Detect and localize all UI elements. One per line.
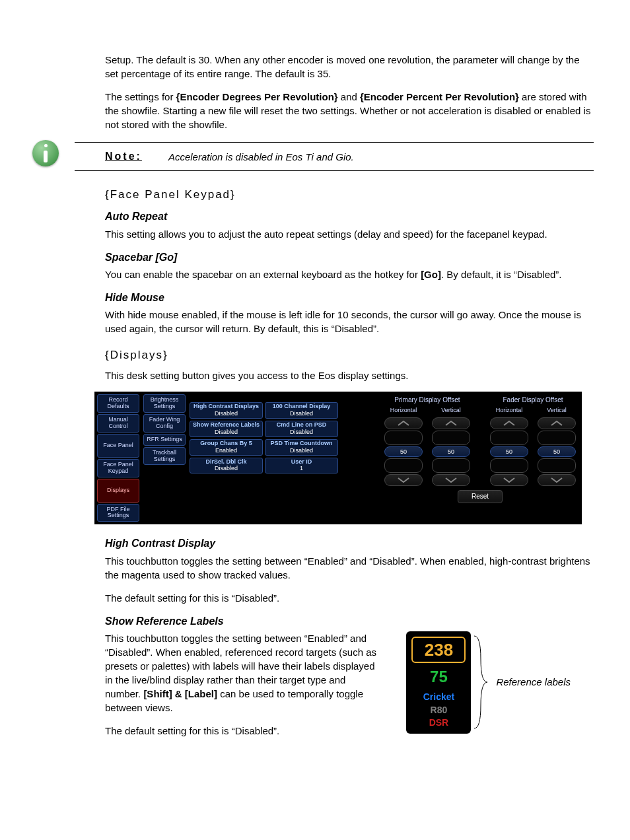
slider-track[interactable] [490, 431, 528, 445]
btn-dirsel-dbl-clk[interactable]: DirSel. Dbl ClkDisabled [190, 458, 263, 474]
label: Cmd Line on PSD [277, 421, 327, 428]
nav-manual-control[interactable]: Manual Control [97, 414, 139, 433]
arrow-up-button[interactable] [432, 417, 470, 429]
slider-track[interactable] [538, 458, 576, 473]
slider-track[interactable] [490, 458, 528, 473]
label: PSD Time Countdown [271, 440, 333, 446]
label: Primary Display Offset [381, 396, 473, 405]
reset-button[interactable]: Reset [458, 490, 503, 503]
text-bold: [Shift] & [Label] [143, 688, 217, 699]
figure-caption: Reference labels [496, 676, 571, 688]
text: . By default, it is “Disabled”. [441, 269, 562, 280]
settings-buttons: High Contrast DisplaysDisabled 100 Chann… [190, 394, 338, 522]
section-displays: {Displays} [105, 347, 594, 363]
fader-display-offset: Fader Display Offset Horizontal 50 Verti… [487, 396, 579, 486]
label-r80: R80 [409, 704, 468, 717]
heading-high-contrast-display: High Contrast Display [105, 536, 594, 551]
text: The settings for [105, 91, 176, 102]
nav-face-panel[interactable]: Face Panel [97, 434, 139, 458]
bracket-icon [471, 633, 491, 732]
nav-record-defaults[interactable]: Record Defaults [97, 394, 139, 413]
note-label: Note: [105, 149, 142, 164]
heading-show-reference-labels: Show Reference Labels [105, 614, 594, 629]
hide-mouse-paragraph: With hide mouse enabled, if the mouse is… [105, 308, 594, 335]
value: Disabled [191, 466, 262, 472]
reference-labels-figure: 238 75 Cricket R80 DSR Reference labels [406, 631, 571, 734]
value: Disabled [191, 411, 262, 417]
auto-repeat-paragraph: This setting allows you to adjust the au… [105, 227, 594, 241]
slider-track[interactable] [538, 431, 576, 445]
label-dsr: DSR [409, 717, 468, 730]
nav-trackball-settings[interactable]: Trackball Settings [143, 447, 186, 466]
text-bold: {Encoder Degrees Per Revolution} [176, 91, 338, 102]
value: Disabled [191, 429, 262, 436]
value: Enabled [191, 448, 262, 454]
note-text: Acceleration is disabled in Eos Ti and G… [168, 150, 594, 164]
arrow-down-button[interactable] [538, 474, 576, 486]
label: Horizontal [496, 406, 523, 415]
value-button[interactable]: 50 [384, 446, 423, 457]
value: Disabled [266, 448, 337, 454]
arrow-down-button[interactable] [384, 474, 423, 486]
displays-intro-paragraph: This desk setting button gives you acces… [105, 368, 594, 382]
label: Show Reference Labels [193, 421, 260, 428]
label: 100 Channel Display [273, 403, 331, 409]
value: 1 [266, 466, 337, 472]
nav-rfr-settings[interactable]: RFR Settings [143, 434, 186, 446]
primary-display-offset: Primary Display Offset Horizontal 50 Ver… [381, 396, 473, 486]
srl-paragraph-1: This touchbutton toggles the setting bet… [105, 631, 382, 715]
hcd-paragraph-1: This touchbutton toggles the setting bet… [105, 554, 594, 582]
offset-panel: Primary Display Offset Horizontal 50 Ver… [381, 394, 579, 522]
nav-face-panel-keypad[interactable]: Face Panel Keypad [97, 459, 139, 477]
value: Disabled [266, 411, 337, 417]
text-bold: {Encoder Percent Per Revolution} [360, 91, 519, 102]
text: and [338, 91, 360, 102]
slider-track[interactable] [432, 458, 470, 473]
label: Fader Display Offset [487, 396, 579, 405]
label: Vertical [547, 406, 567, 415]
label: Group Chans By 5 [200, 440, 252, 446]
heading-hide-mouse: Hide Mouse [105, 291, 594, 305]
nav-brightness-settings[interactable]: Brightness Settings [143, 394, 186, 413]
label: Vertical [441, 406, 461, 415]
nav-column-right: Brightness Settings Fader Wing Config RF… [143, 394, 186, 522]
btn-high-contrast-displays[interactable]: High Contrast DisplaysDisabled [190, 402, 263, 419]
arrow-up-button[interactable] [538, 417, 576, 429]
nav-column-left: Record Defaults Manual Control Face Pane… [97, 394, 139, 522]
intro-paragraph-1: Setup. The default is 30. When any other… [105, 53, 594, 81]
arrow-up-button[interactable] [490, 417, 528, 429]
channel-number: 238 [411, 637, 466, 663]
btn-show-reference-labels[interactable]: Show Reference LabelsDisabled [190, 421, 263, 437]
value-button[interactable]: 50 [432, 446, 470, 457]
srl-paragraph-2: The default setting for this is “Disable… [105, 724, 382, 738]
text: You can enable the spacebar on an extern… [105, 269, 421, 280]
btn-group-chans-by-5[interactable]: Group Chans By 5Enabled [190, 439, 263, 456]
label: High Contrast Displays [193, 403, 259, 409]
channel-tile: 238 75 Cricket R80 DSR [406, 631, 471, 734]
arrow-up-button[interactable] [384, 417, 423, 429]
btn-100-channel-display[interactable]: 100 Channel DisplayDisabled [265, 402, 338, 419]
hcd-paragraph-2: The default setting for this is “Disable… [105, 591, 594, 605]
btn-user-id[interactable]: User ID1 [265, 458, 338, 474]
text-bold: [Go] [421, 269, 441, 280]
info-icon [32, 140, 59, 166]
value-button[interactable]: 50 [538, 446, 576, 457]
arrow-down-button[interactable] [432, 474, 470, 486]
heading-auto-repeat: Auto Repeat [105, 209, 594, 224]
heading-spacebar-go: Spacebar [Go] [105, 250, 594, 265]
nav-pdf-file-settings[interactable]: PDF File Settings [97, 504, 139, 522]
spacebar-paragraph: You can enable the spacebar on an extern… [105, 267, 594, 281]
btn-psd-time-countdown[interactable]: PSD Time CountdownDisabled [265, 439, 338, 456]
section-face-panel-keypad: {Face Panel Keypad} [105, 187, 594, 203]
value: Disabled [266, 429, 337, 436]
nav-fader-wing-config[interactable]: Fader Wing Config [143, 414, 186, 433]
label: Horizontal [390, 406, 417, 415]
slider-track[interactable] [432, 431, 470, 445]
note-block: Note: Acceleration is disabled in Eos Ti… [75, 142, 594, 171]
nav-displays[interactable]: Displays [97, 479, 139, 503]
slider-track[interactable] [384, 431, 423, 445]
arrow-down-button[interactable] [490, 474, 528, 486]
value-button[interactable]: 50 [490, 446, 528, 457]
slider-track[interactable] [384, 458, 423, 473]
btn-cmd-line-on-psd[interactable]: Cmd Line on PSDDisabled [265, 421, 338, 437]
